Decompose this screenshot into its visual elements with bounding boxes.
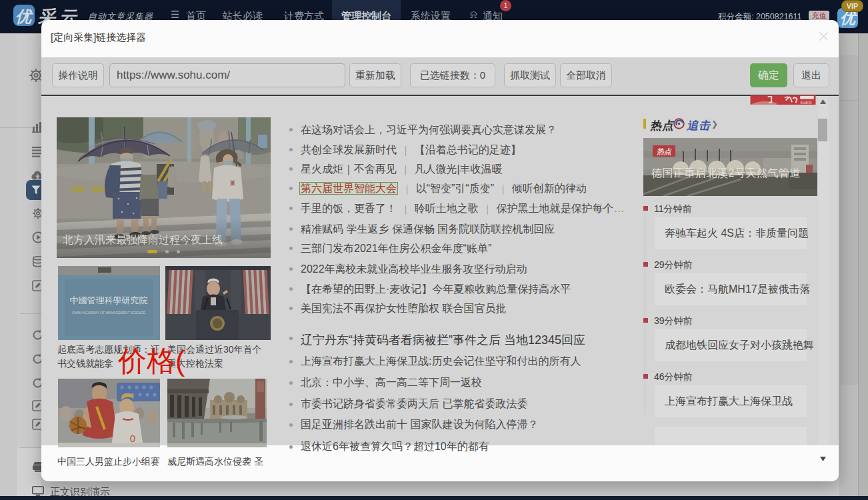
svg-text:0: 0 xyxy=(130,433,135,444)
svg-text:中國管理科學研究院: 中國管理科學研究院 xyxy=(70,295,148,305)
svg-text:xuexi: xuexi xyxy=(800,99,812,105)
svg-text:热点: 热点 xyxy=(657,147,673,156)
svg-text:CHINA ACADEMY OF MANAGEMENT SC: CHINA ACADEMY OF MANAGEMENT SCIENCE xyxy=(72,311,146,315)
